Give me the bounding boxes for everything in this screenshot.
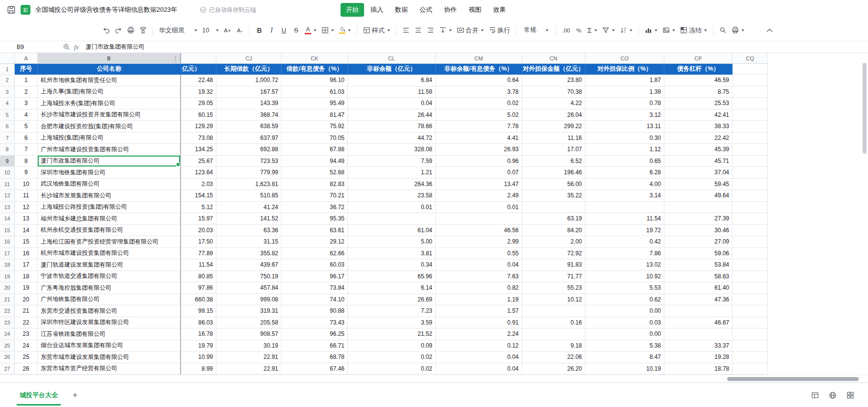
- zoom-formula-icon[interactable]: [63, 43, 70, 51]
- cell-CM-2[interactable]: 0.64: [436, 75, 522, 86]
- cell-CO-14[interactable]: 11.54: [585, 213, 664, 225]
- cell-CN-3[interactable]: 70.38: [522, 86, 585, 98]
- row-header-12[interactable]: 12: [0, 190, 15, 202]
- cell-CQ-8[interactable]: [733, 144, 768, 156]
- row-header-23[interactable]: 23: [0, 317, 15, 329]
- percent-format-button[interactable]: %: [573, 24, 585, 37]
- cell-CL-12[interactable]: 23.58: [348, 190, 436, 202]
- cell-B-13[interactable]: 上海城投公路投资(集团)有限公司: [38, 202, 181, 214]
- format-painter-button[interactable]: [137, 24, 149, 37]
- row-header-2[interactable]: 2: [0, 75, 15, 86]
- header-cell-CN[interactable]: 对外担保金额（亿元）: [522, 64, 585, 75]
- cell-CN-20[interactable]: 55.23: [522, 282, 585, 294]
- cell-CK-22[interactable]: 90.88: [282, 305, 348, 317]
- strikethrough-button[interactable]: S: [290, 24, 302, 37]
- cell-CP-15[interactable]: 30.46: [664, 225, 733, 237]
- cell-B-20[interactable]: 广东粤海控股集团有限公司: [38, 282, 181, 294]
- cell-CL-22[interactable]: 7.23: [348, 305, 436, 317]
- cell-CM-19[interactable]: 7.63: [436, 271, 522, 283]
- cell-CP-5[interactable]: 42.41: [664, 109, 733, 121]
- row-header-4[interactable]: 4: [0, 98, 15, 109]
- cell-A-11[interactable]: 10: [15, 179, 38, 190]
- cell-B-24[interactable]: 江苏省铁路集团有限公司: [38, 328, 181, 340]
- cell-CQ-23[interactable]: [733, 317, 768, 329]
- insert-image-button[interactable]: [660, 24, 678, 37]
- column-filter-menu-icon[interactable]: ⋮: [173, 55, 178, 61]
- cell-CM-15[interactable]: 46.56: [436, 225, 522, 237]
- fill-color-button[interactable]: [337, 24, 353, 37]
- print-menu-button[interactable]: [729, 24, 747, 37]
- cell-CO-4[interactable]: 0.78: [585, 98, 664, 109]
- cell-CP-20[interactable]: 61.40: [664, 282, 733, 294]
- grid-view-button[interactable]: [846, 391, 854, 399]
- undo-button[interactable]: [100, 24, 112, 37]
- cell-CQ-3[interactable]: [733, 86, 768, 98]
- cell-A-26[interactable]: 25: [15, 352, 38, 363]
- cell-CO-6[interactable]: 13.11: [585, 121, 664, 133]
- row-header-8[interactable]: 8: [0, 144, 15, 156]
- cell-A-6[interactable]: 5: [15, 121, 38, 133]
- cell-CJ-25[interactable]: 30.19: [216, 340, 282, 352]
- cell-B-14[interactable]: 福州市城乡建总集团有限公司: [38, 213, 181, 225]
- cell-CQ-27[interactable]: [733, 363, 768, 375]
- cell-CK-7[interactable]: 70.05: [282, 133, 348, 144]
- cell-CI-21[interactable]: 660.38: [181, 294, 216, 306]
- cell-CK-21[interactable]: 74.10: [282, 294, 348, 306]
- row-header-19[interactable]: 19: [0, 271, 15, 283]
- cell-CJ-19[interactable]: 750.19: [216, 271, 282, 283]
- globe-button[interactable]: [829, 391, 837, 399]
- cell-CL-16[interactable]: 5.00: [348, 236, 436, 248]
- cell-CJ-7[interactable]: 637.97: [216, 133, 282, 144]
- wrap-text-button[interactable]: 换行: [486, 24, 513, 37]
- row-header-5[interactable]: 5: [0, 109, 15, 121]
- row-header-7[interactable]: 7: [0, 133, 15, 144]
- cell-CJ-3[interactable]: 167.57: [216, 86, 282, 98]
- cell-CK-23[interactable]: 73.43: [282, 317, 348, 329]
- header-cell-CP[interactable]: 债务杠杆（%）: [664, 64, 733, 75]
- cell-B-2[interactable]: 杭州市地铁集团有限责任公司: [38, 75, 181, 86]
- cell-CI-7[interactable]: 73.08: [181, 133, 216, 144]
- cell-CM-3[interactable]: 3.78: [436, 86, 522, 98]
- cell-CJ-24[interactable]: 908.57: [216, 328, 282, 340]
- cell-CO-20[interactable]: 5.53: [585, 282, 664, 294]
- header-cell-partial[interactable]: 亿元）: [181, 64, 216, 75]
- cell-A-12[interactable]: 11: [15, 190, 38, 202]
- cell-CQ-7[interactable]: [733, 133, 768, 144]
- cell-B-16[interactable]: 上海松江国有资产投资经营管理集团有限公司: [38, 236, 181, 248]
- cell-A-3[interactable]: 2: [15, 86, 38, 98]
- cell-A-10[interactable]: 9: [15, 167, 38, 179]
- row-header-27[interactable]: 27: [0, 363, 15, 375]
- insert-chart-button[interactable]: [642, 24, 660, 37]
- header-cell-CL[interactable]: 非标余额（亿元）: [348, 64, 436, 75]
- cell-CI-10[interactable]: 123.64: [181, 167, 216, 179]
- cell-CM-18[interactable]: 0.04: [436, 259, 522, 271]
- cell-CQ-16[interactable]: [733, 236, 768, 248]
- cell-A-13[interactable]: 12: [15, 202, 38, 214]
- cell-CN-25[interactable]: 9.18: [522, 340, 585, 352]
- header-cell-CQ[interactable]: [733, 64, 768, 75]
- cell-CJ-26[interactable]: 22.91: [216, 352, 282, 363]
- cell-CP-21[interactable]: 47.36: [664, 294, 733, 306]
- cell-CL-27[interactable]: 0.02: [348, 363, 436, 375]
- cell-CJ-5[interactable]: 368.74: [216, 109, 282, 121]
- cell-CK-9[interactable]: 94.49: [282, 156, 348, 167]
- cell-CJ-8[interactable]: 692.88: [216, 144, 282, 156]
- row-header-1[interactable]: 1: [0, 64, 15, 75]
- cell-A-21[interactable]: 20: [15, 294, 38, 306]
- fx-button[interactable]: fx: [74, 43, 79, 51]
- cell-CM-25[interactable]: 0.12: [436, 340, 522, 352]
- cell-CO-27[interactable]: 10.19: [585, 363, 664, 375]
- cell-CJ-13[interactable]: 41.24: [216, 202, 282, 214]
- cell-CJ-6[interactable]: 638.59: [216, 121, 282, 133]
- cell-CK-6[interactable]: 75.92: [282, 121, 348, 133]
- cell-CI-9[interactable]: 25.67: [181, 156, 216, 167]
- column-header-CP[interactable]: CP: [664, 53, 733, 63]
- cell-CQ-5[interactable]: [733, 109, 768, 121]
- cell-B-25[interactable]: 烟台业达城市发展集团有限公司: [38, 340, 181, 352]
- column-header-CK[interactable]: CK: [282, 53, 348, 63]
- font-size-select[interactable]: 10: [200, 24, 221, 37]
- cell-CO-25[interactable]: 5.38: [585, 340, 664, 352]
- cell-CP-18[interactable]: 53.84: [664, 259, 733, 271]
- number-format-select[interactable]: 常规: [520, 24, 552, 37]
- cell-CL-14[interactable]: [348, 213, 436, 225]
